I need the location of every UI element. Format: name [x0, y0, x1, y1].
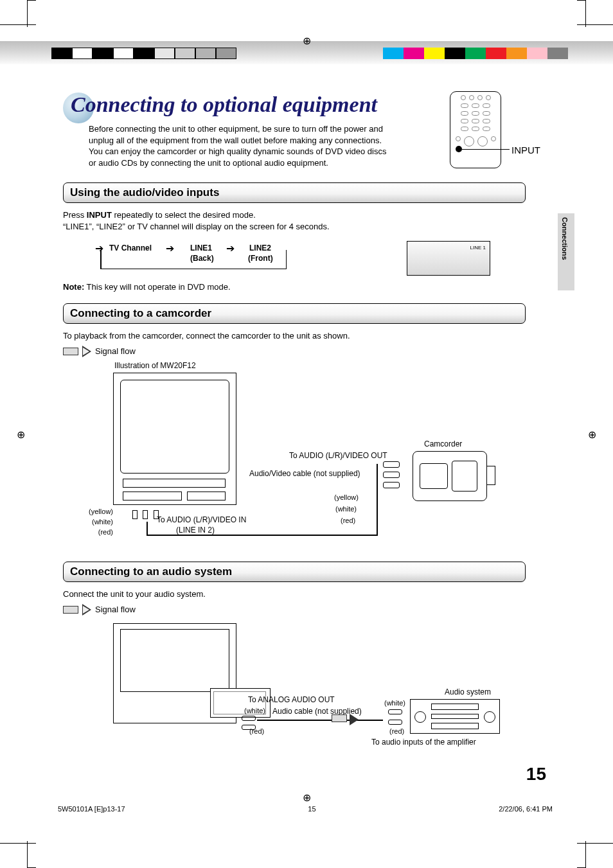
color-label-yellow: (yellow) [82, 508, 113, 515]
text-bold: INPUT [87, 210, 112, 220]
crop-mark [577, 835, 613, 844]
crop-mark [577, 24, 613, 33]
registration-mark-icon: ⊕ [588, 428, 596, 440]
signal-flow-label: Signal flow [95, 346, 136, 356]
color-label-white: (white) [244, 707, 265, 714]
av-cable-label: Audio/Video cable (not supplied) [249, 469, 360, 478]
crop-mark [577, 841, 586, 868]
to-analog-out-label: To ANALOG AUDIO OUT [248, 695, 335, 704]
crop-mark [577, 0, 586, 27]
audio-system-label: Audio system [445, 687, 491, 696]
color-label-white: (white) [335, 505, 357, 513]
to-av-in-sublabel: (LINE IN 2) [176, 526, 215, 535]
crop-mark [0, 24, 36, 33]
page-title-wrap: Connecting to optional equipment [63, 93, 526, 117]
arrow-head-icon [82, 604, 91, 616]
cable-line [147, 522, 148, 535]
side-tab: Connections [558, 213, 574, 290]
color-label-white: (white) [384, 699, 405, 707]
to-av-in-label: To AUDIO (L/R)/VIDEO IN [157, 515, 246, 524]
section-heading-camcorder: Connecting to a camcorder [63, 303, 526, 324]
tv-unit-icon [113, 373, 236, 505]
osd-preview: LINE 1 [407, 241, 490, 276]
loop-line [100, 250, 287, 269]
audio-system-icon [410, 699, 500, 734]
rca-plugs-icon [388, 709, 402, 725]
crop-mark [27, 0, 36, 27]
registration-mark-icon: ⊕ [303, 35, 311, 47]
camcorder-icon [413, 451, 487, 501]
color-label-red: (red) [82, 528, 113, 536]
text: repeatedly to select the desired mode. [112, 210, 256, 220]
note-label: Note: [63, 282, 84, 292]
signal-flow-label: Signal flow [95, 605, 136, 614]
crop-mark [0, 835, 36, 844]
arrow-body-icon [63, 348, 78, 355]
camcorder-diagram: Illustration of MW20F12 (yellow) (white)… [63, 361, 513, 554]
text: “LINE1”, “LINE2” or TV channel will disp… [63, 222, 330, 231]
audio-system-diagram: To ANALOG AUDIO OUT (white) Audio cable … [63, 619, 513, 748]
signal-flow-legend: Signal flow [63, 604, 526, 616]
registration-mark-icon: ⊕ [17, 428, 25, 440]
osd-text: LINE 1 [470, 245, 486, 251]
crop-mark [27, 841, 36, 868]
intro-text: Before connecting the unit to other equi… [89, 123, 394, 168]
text: Press [63, 210, 87, 220]
color-label-yellow: (yellow) [334, 493, 359, 501]
footer-left: 5W50101A [E]p13-17 [58, 805, 125, 813]
illustration-caption: Illustration of MW20F12 [114, 361, 196, 370]
footer: 5W50101A [E]p13-17 15 2/22/06, 6:41 PM [58, 805, 553, 813]
section1-body: Press INPUT repeatedly to select the des… [63, 209, 526, 233]
note-text: This key will not operate in DVD mode. [84, 282, 230, 292]
tv-back-icon [113, 623, 236, 723]
cable-line [377, 464, 378, 536]
loop-line [100, 250, 102, 269]
cable-line [147, 535, 378, 536]
page-number: 15 [526, 764, 546, 784]
side-tab-label: Connections [561, 217, 569, 260]
to-av-out-label: To AUDIO (L/R)/VIDEO OUT [289, 451, 387, 460]
cable-line [257, 720, 383, 721]
signal-flow-legend: Signal flow [63, 346, 526, 357]
tv-jacks-icon [132, 510, 159, 522]
flow-arrow-icon [332, 713, 359, 725]
section1-note: Note: This key will not operate in DVD m… [63, 282, 526, 292]
color-label-white: (white) [82, 518, 113, 526]
rca-plugs-icon [383, 461, 400, 488]
amp-inputs-label: To audio inputs of the amplifier [371, 738, 476, 747]
section-heading-audio-system: Connecting to an audio system [63, 562, 526, 582]
section2-intro: To playback from the camcorder, connect … [63, 330, 526, 342]
section3-intro: Connect the unit to your audio system. [63, 589, 526, 600]
section-heading-av-inputs: Using the audio/video inputs [63, 182, 526, 203]
footer-center: 15 [308, 805, 315, 813]
registration-mark-icon: ⊕ [303, 792, 311, 804]
input-cycle-diagram: ➔ TV Channel ➔ LINE1 (Back) ➔ LINE2 (Fro… [95, 241, 416, 277]
arrow-head-icon [82, 346, 91, 357]
footer-right: 2/22/06, 6:41 PM [499, 805, 553, 813]
color-label-red: (red) [249, 727, 264, 735]
page-title: Connecting to optional equipment [63, 93, 526, 117]
arrow-body-icon [63, 606, 78, 614]
camcorder-label: Camcorder [424, 439, 462, 448]
color-label-red: (red) [341, 517, 355, 524]
color-label-red: (red) [389, 727, 404, 735]
